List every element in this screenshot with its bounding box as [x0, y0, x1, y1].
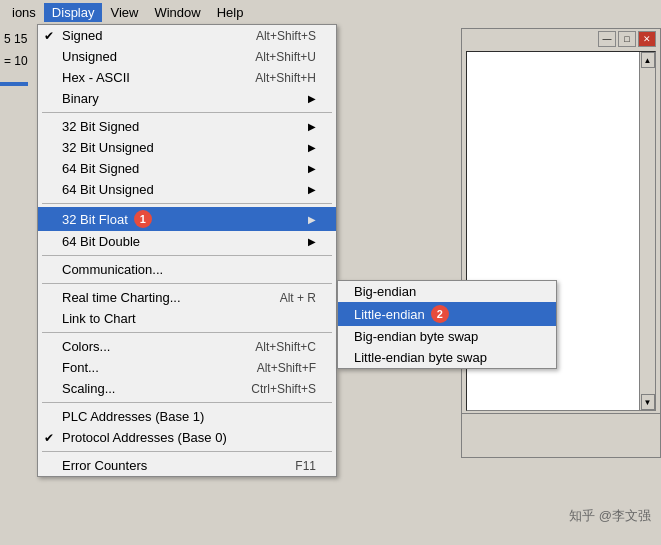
menu-item-64bit-unsigned[interactable]: 64 Bit Unsigned ▶: [38, 179, 336, 200]
menu-item-protocol-addresses[interactable]: ✔ Protocol Addresses (Base 0): [38, 427, 336, 448]
menu-item-error-counters[interactable]: Error Counters F11: [38, 455, 336, 476]
menu-item-link-chart[interactable]: Link to Chart: [38, 308, 336, 329]
menu-item-32bit-float-label: 32 Bit Float: [62, 212, 128, 227]
arrow-icon: ▶: [298, 93, 316, 104]
menu-item-realtime-shortcut: Alt + R: [260, 291, 316, 305]
menu-item-communication-label: Communication...: [62, 262, 163, 277]
menu-item-view[interactable]: View: [102, 3, 146, 22]
scroll-track[interactable]: [641, 68, 655, 394]
restore-button[interactable]: □: [618, 31, 636, 47]
separator-2: [42, 203, 332, 204]
separator-7: [42, 451, 332, 452]
menu-item-64bit-double-label: 64 Bit Double: [62, 234, 140, 249]
menu-item-scaling-label: Scaling...: [62, 381, 115, 396]
menu-item-colors-label: Colors...: [62, 339, 110, 354]
menu-item-unsigned-shortcut: Alt+Shift+U: [235, 50, 316, 64]
right-panel: — □ ✕ ▲ ▼: [461, 28, 661, 458]
check-protocol-icon: ✔: [44, 431, 54, 445]
separator-5: [42, 332, 332, 333]
menu-item-64bit-signed[interactable]: 64 Bit Signed ▶: [38, 158, 336, 179]
menu-item-plc-addresses[interactable]: PLC Addresses (Base 1): [38, 406, 336, 427]
float-submenu: Big-endian Little-endian 2 Big-endian by…: [337, 280, 557, 369]
arrow-icon-64s: ▶: [298, 163, 316, 174]
scrollbar[interactable]: ▲ ▼: [639, 52, 655, 410]
menu-item-window[interactable]: Window: [146, 3, 208, 22]
menu-item-colors[interactable]: Colors... Alt+Shift+C: [38, 336, 336, 357]
left-panel: 5 15 = 10: [0, 28, 40, 86]
menu-item-unsigned[interactable]: Unsigned Alt+Shift+U: [38, 46, 336, 67]
separator-1: [42, 112, 332, 113]
arrow-icon-64d: ▶: [298, 236, 316, 247]
badge-2: 2: [431, 305, 449, 323]
menu-item-signed[interactable]: ✔ Signed Alt+Shift+S: [38, 25, 336, 46]
menu-item-protocol-addresses-label: Protocol Addresses (Base 0): [62, 430, 227, 445]
separator-6: [42, 402, 332, 403]
arrow-icon-32f: ▶: [298, 214, 316, 225]
menu-item-64bit-signed-label: 64 Bit Signed: [62, 161, 139, 176]
submenu-item-little-endian-swap[interactable]: Little-endian byte swap: [338, 347, 556, 368]
selected-val: [0, 82, 28, 86]
menu-item-ions[interactable]: ions: [4, 3, 44, 22]
menu-item-font[interactable]: Font... Alt+Shift+F: [38, 357, 336, 378]
menu-item-unsigned-label: Unsigned: [62, 49, 117, 64]
menu-item-plc-addresses-label: PLC Addresses (Base 1): [62, 409, 204, 424]
menubar: ions Display View Window Help: [0, 0, 255, 24]
separator-3: [42, 255, 332, 256]
scroll-down-button[interactable]: ▼: [641, 394, 655, 410]
submenu-item-big-endian[interactable]: Big-endian: [338, 281, 556, 302]
menu-item-colors-shortcut: Alt+Shift+C: [235, 340, 316, 354]
menu-item-help[interactable]: Help: [209, 3, 252, 22]
menu-item-32bit-signed[interactable]: 32 Bit Signed ▶: [38, 116, 336, 137]
status-bar: [462, 413, 660, 443]
watermark: 知乎 @李文强: [569, 507, 651, 525]
menu-item-binary[interactable]: Binary ▶: [38, 88, 336, 109]
menu-item-32bit-signed-label: 32 Bit Signed: [62, 119, 139, 134]
check-icon: ✔: [44, 29, 54, 43]
menu-item-32bit-float[interactable]: 32 Bit Float 1 ▶: [38, 207, 336, 231]
menu-item-communication[interactable]: Communication...: [38, 259, 336, 280]
badge-1: 1: [134, 210, 152, 228]
menu-item-scaling-shortcut: Ctrl+Shift+S: [231, 382, 316, 396]
menu-item-scaling[interactable]: Scaling... Ctrl+Shift+S: [38, 378, 336, 399]
menu-item-hex-ascii-shortcut: Alt+Shift+H: [235, 71, 316, 85]
submenu-item-big-endian-label: Big-endian: [354, 284, 416, 299]
separator-4: [42, 283, 332, 284]
eq-label: = 10: [0, 50, 40, 72]
arrow-icon-32u: ▶: [298, 142, 316, 153]
menu-item-display[interactable]: Display: [44, 3, 103, 22]
titlebar-buttons: — □ ✕: [462, 29, 660, 49]
menu-item-realtime-charting[interactable]: Real time Charting... Alt + R: [38, 287, 336, 308]
arrow-icon-32s: ▶: [298, 121, 316, 132]
close-button[interactable]: ✕: [638, 31, 656, 47]
menu-item-32bit-unsigned-label: 32 Bit Unsigned: [62, 140, 154, 155]
submenu-item-little-endian-swap-label: Little-endian byte swap: [354, 350, 487, 365]
menu-item-font-shortcut: Alt+Shift+F: [237, 361, 316, 375]
menu-item-32bit-unsigned[interactable]: 32 Bit Unsigned ▶: [38, 137, 336, 158]
menu-item-64bit-double[interactable]: 64 Bit Double ▶: [38, 231, 336, 252]
menu-item-signed-label: Signed: [62, 28, 102, 43]
num-label: 5 15: [0, 28, 40, 50]
menu-item-64bit-unsigned-label: 64 Bit Unsigned: [62, 182, 154, 197]
submenu-item-little-endian[interactable]: Little-endian 2: [338, 302, 556, 326]
display-dropdown: ✔ Signed Alt+Shift+S Unsigned Alt+Shift+…: [37, 24, 337, 477]
menu-item-hex-ascii[interactable]: Hex - ASCII Alt+Shift+H: [38, 67, 336, 88]
menu-item-link-chart-label: Link to Chart: [62, 311, 136, 326]
menu-item-realtime-charting-label: Real time Charting...: [62, 290, 181, 305]
submenu-item-little-endian-label: Little-endian: [354, 307, 425, 322]
menu-item-signed-shortcut: Alt+Shift+S: [236, 29, 316, 43]
submenu-item-big-endian-swap-label: Big-endian byte swap: [354, 329, 478, 344]
menu-item-error-counters-shortcut: F11: [275, 459, 316, 473]
scroll-up-button[interactable]: ▲: [641, 52, 655, 68]
menu-item-error-counters-label: Error Counters: [62, 458, 147, 473]
submenu-item-big-endian-swap[interactable]: Big-endian byte swap: [338, 326, 556, 347]
arrow-icon-64u: ▶: [298, 184, 316, 195]
minimize-button[interactable]: —: [598, 31, 616, 47]
menu-item-binary-label: Binary: [62, 91, 99, 106]
menu-item-hex-ascii-label: Hex - ASCII: [62, 70, 130, 85]
menu-item-font-label: Font...: [62, 360, 99, 375]
